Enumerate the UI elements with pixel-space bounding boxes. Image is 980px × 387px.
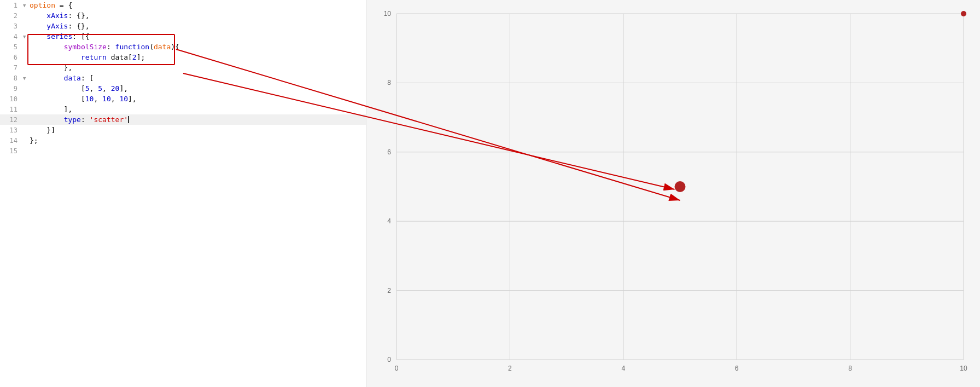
- code-line-8: 8▼ data: [: [0, 73, 366, 83]
- line-number: 1: [2, 2, 18, 9]
- line-number: 9: [2, 85, 18, 93]
- token: 10: [119, 95, 128, 103]
- token: : [: [81, 74, 94, 82]
- data-point-2: [961, 11, 966, 16]
- token: [30, 53, 81, 61]
- line-number: 12: [2, 116, 18, 124]
- token: type: [64, 115, 81, 124]
- code-line-5: 5 symbolSize: function(data){: [0, 42, 366, 52]
- token: xAxis: [46, 11, 68, 20]
- fold-icon[interactable]: [23, 96, 28, 102]
- svg-text:6: 6: [387, 148, 391, 156]
- fold-icon[interactable]: [23, 44, 28, 50]
- token: },: [30, 63, 72, 72]
- fold-icon[interactable]: [23, 117, 28, 123]
- token: ,: [90, 84, 98, 93]
- line-number: 13: [2, 126, 18, 134]
- token: };: [30, 136, 38, 145]
- token: 'scatter': [90, 115, 128, 124]
- text-cursor: [128, 116, 129, 123]
- code-line-6: 6 return data[2];: [0, 52, 366, 62]
- line-number: 5: [2, 43, 18, 51]
- code-lines: 1▼option = {2 xAxis: {},3 yAxis: {},4▼ s…: [0, 0, 366, 156]
- token: = {: [55, 1, 72, 9]
- fold-icon[interactable]: ▼: [23, 3, 28, 8]
- fold-icon[interactable]: [23, 138, 28, 143]
- token: : {},: [68, 22, 89, 30]
- line-number: 4: [2, 33, 18, 41]
- code-editor: 1▼option = {2 xAxis: {},3 yAxis: {},4▼ s…: [0, 0, 366, 387]
- code-line-11: 11 ],: [0, 104, 366, 114]
- line-number: 10: [2, 95, 18, 103]
- fold-icon[interactable]: [23, 55, 28, 60]
- token: ],: [119, 84, 128, 93]
- line-number: 6: [2, 54, 18, 61]
- token: }]: [30, 126, 55, 134]
- token: series: [46, 32, 72, 41]
- fold-icon[interactable]: ▼: [23, 34, 28, 39]
- token: ,: [102, 84, 111, 93]
- code-line-3: 3 yAxis: {},: [0, 21, 366, 31]
- code-line-15: 15: [0, 146, 366, 156]
- token: data: [154, 43, 171, 51]
- token: ],: [30, 105, 72, 113]
- fold-icon[interactable]: ▼: [23, 76, 28, 81]
- token: [: [30, 84, 85, 93]
- svg-text:8: 8: [848, 365, 852, 372]
- token: 5: [85, 84, 90, 93]
- code-line-4: 4▼ series: [{: [0, 31, 366, 42]
- token: [30, 74, 64, 82]
- line-number: 14: [2, 137, 18, 145]
- line-number: 7: [2, 64, 18, 72]
- token: ];: [137, 53, 145, 61]
- fold-icon[interactable]: [23, 128, 28, 133]
- fold-icon[interactable]: [23, 86, 28, 91]
- code-line-2: 2 xAxis: {},: [0, 10, 366, 21]
- line-number: 2: [2, 12, 18, 20]
- token: : {},: [68, 11, 89, 20]
- svg-text:6: 6: [735, 365, 739, 372]
- line-number: 3: [2, 22, 18, 30]
- token: [30, 11, 46, 20]
- fold-icon[interactable]: [23, 65, 28, 71]
- token: [30, 22, 46, 30]
- line-number: 11: [2, 106, 18, 113]
- svg-text:2: 2: [508, 365, 512, 372]
- token: ,: [94, 95, 102, 103]
- token: symbolSize: [64, 43, 107, 51]
- token: 5: [98, 84, 102, 93]
- code-line-12: 12 type: 'scatter': [0, 114, 366, 125]
- token: ,: [111, 95, 120, 103]
- svg-text:10: 10: [960, 365, 967, 372]
- token: yAxis: [46, 22, 68, 30]
- token: return: [81, 53, 107, 61]
- svg-text:4: 4: [387, 217, 391, 225]
- token: [30, 32, 46, 41]
- svg-text:0: 0: [395, 365, 399, 372]
- line-number: 8: [2, 74, 18, 82]
- svg-text:4: 4: [621, 365, 625, 372]
- fold-icon[interactable]: [23, 13, 28, 19]
- svg-text:2: 2: [387, 287, 391, 294]
- token: : [{: [72, 32, 89, 41]
- token: ],: [128, 95, 137, 103]
- token: (: [149, 43, 154, 51]
- token: :: [81, 115, 90, 124]
- token: :: [107, 43, 115, 51]
- svg-text:0: 0: [387, 356, 391, 363]
- token: data[: [107, 53, 132, 61]
- token: 20: [111, 84, 120, 93]
- data-point-1: [675, 181, 686, 192]
- code-line-7: 7 },: [0, 62, 366, 73]
- code-line-10: 10 [10, 10, 10],: [0, 94, 366, 104]
- token: ){: [171, 43, 179, 51]
- fold-icon[interactable]: [23, 107, 28, 112]
- token: 2: [132, 53, 137, 61]
- token: [30, 115, 64, 124]
- chart-panel: 00224466881010: [366, 0, 980, 387]
- code-line-14: 14 };: [0, 135, 366, 146]
- fold-icon[interactable]: [23, 24, 28, 29]
- line-number: 15: [2, 147, 18, 155]
- fold-icon[interactable]: [23, 148, 28, 154]
- svg-text:8: 8: [387, 79, 391, 86]
